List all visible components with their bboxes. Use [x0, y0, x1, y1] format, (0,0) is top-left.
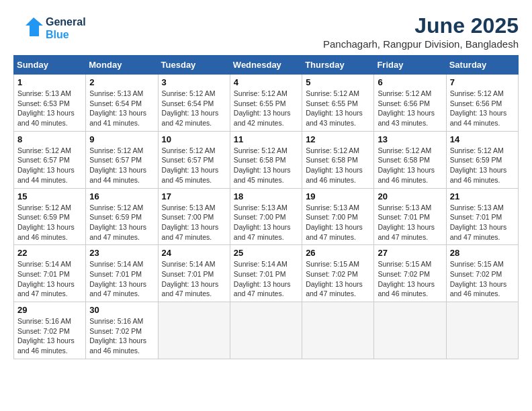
- day-number: 18: [234, 191, 298, 201]
- calendar-day-26: 26 Sunrise: 5:15 AM Sunset: 7:02 PM Dayl…: [302, 245, 374, 302]
- calendar-day-5: 5 Sunrise: 5:12 AM Sunset: 6:55 PM Dayli…: [302, 75, 374, 132]
- calendar-day-15: 15 Sunrise: 5:12 AM Sunset: 6:59 PM Dayl…: [14, 188, 86, 245]
- calendar-day-13: 13 Sunrise: 5:12 AM Sunset: 6:58 PM Dayl…: [374, 131, 446, 188]
- logo-line1: General: [46, 15, 86, 28]
- day-number: 25: [234, 248, 298, 258]
- calendar-day-30: 30 Sunrise: 5:16 AM Sunset: 7:02 PM Dayl…: [86, 302, 158, 359]
- logo-line2: Blue: [46, 28, 86, 41]
- day-info: Sunrise: 5:13 AM Sunset: 7:00 PM Dayligh…: [306, 203, 370, 242]
- calendar-day-6: 6 Sunrise: 5:12 AM Sunset: 6:56 PM Dayli…: [374, 75, 446, 132]
- day-info: Sunrise: 5:12 AM Sunset: 6:57 PM Dayligh…: [89, 146, 154, 185]
- day-info: Sunrise: 5:12 AM Sunset: 6:56 PM Dayligh…: [450, 89, 515, 128]
- day-number: 21: [450, 191, 515, 201]
- day-info: Sunrise: 5:13 AM Sunset: 6:54 PM Dayligh…: [89, 89, 154, 128]
- day-header-tuesday: Tuesday: [158, 56, 230, 75]
- day-number: 1: [17, 77, 82, 87]
- calendar-day-1: 1 Sunrise: 5:13 AM Sunset: 6:53 PM Dayli…: [14, 75, 86, 132]
- day-number: 5: [306, 77, 370, 87]
- empty-cell: [446, 302, 518, 359]
- day-number: 30: [89, 305, 154, 315]
- calendar-week-3: 15 Sunrise: 5:12 AM Sunset: 6:59 PM Dayl…: [14, 188, 519, 245]
- calendar-day-7: 7 Sunrise: 5:12 AM Sunset: 6:56 PM Dayli…: [446, 75, 518, 132]
- calendar-day-4: 4 Sunrise: 5:12 AM Sunset: 6:55 PM Dayli…: [230, 75, 302, 132]
- day-info: Sunrise: 5:14 AM Sunset: 7:01 PM Dayligh…: [89, 259, 154, 299]
- day-info: Sunrise: 5:14 AM Sunset: 7:01 PM Dayligh…: [17, 259, 82, 299]
- day-number: 10: [162, 134, 226, 144]
- day-number: 14: [450, 134, 515, 144]
- day-number: 19: [306, 191, 370, 201]
- day-number: 29: [17, 305, 82, 315]
- calendar-day-14: 14 Sunrise: 5:12 AM Sunset: 6:59 PM Dayl…: [446, 131, 518, 188]
- calendar-week-4: 22 Sunrise: 5:14 AM Sunset: 7:01 PM Dayl…: [14, 245, 519, 302]
- day-number: 17: [162, 191, 226, 201]
- day-number: 7: [450, 77, 515, 87]
- calendar-week-5: 29 Sunrise: 5:16 AM Sunset: 7:02 PM Dayl…: [14, 302, 519, 359]
- day-info: Sunrise: 5:12 AM Sunset: 6:56 PM Dayligh…: [378, 89, 442, 128]
- month-title: June 2025: [323, 13, 519, 38]
- day-number: 27: [378, 248, 442, 258]
- day-info: Sunrise: 5:12 AM Sunset: 6:57 PM Dayligh…: [162, 146, 226, 185]
- day-header-wednesday: Wednesday: [230, 56, 302, 75]
- calendar-day-3: 3 Sunrise: 5:12 AM Sunset: 6:54 PM Dayli…: [158, 75, 230, 132]
- day-header-sunday: Sunday: [14, 56, 86, 75]
- day-info: Sunrise: 5:15 AM Sunset: 7:02 PM Dayligh…: [306, 259, 370, 299]
- day-info: Sunrise: 5:12 AM Sunset: 6:59 PM Dayligh…: [89, 203, 154, 242]
- calendar-day-20: 20 Sunrise: 5:13 AM Sunset: 7:01 PM Dayl…: [374, 188, 446, 245]
- day-number: 3: [162, 77, 226, 87]
- day-info: Sunrise: 5:13 AM Sunset: 7:00 PM Dayligh…: [234, 203, 298, 242]
- calendar-week-2: 8 Sunrise: 5:12 AM Sunset: 6:57 PM Dayli…: [14, 131, 519, 188]
- calendar-day-23: 23 Sunrise: 5:14 AM Sunset: 7:01 PM Dayl…: [86, 245, 158, 302]
- calendar-header-row: SundayMondayTuesdayWednesdayThursdayFrid…: [14, 56, 519, 75]
- day-header-saturday: Saturday: [446, 56, 518, 75]
- day-info: Sunrise: 5:13 AM Sunset: 7:00 PM Dayligh…: [162, 203, 226, 242]
- day-info: Sunrise: 5:14 AM Sunset: 7:01 PM Dayligh…: [162, 259, 226, 299]
- day-info: Sunrise: 5:12 AM Sunset: 6:58 PM Dayligh…: [378, 146, 442, 185]
- day-number: 13: [378, 134, 442, 144]
- header: General Blue June 2025 Panchagarh, Rangp…: [13, 13, 519, 50]
- empty-cell: [374, 302, 446, 359]
- day-number: 28: [450, 248, 515, 258]
- day-number: 12: [306, 134, 370, 144]
- day-info: Sunrise: 5:15 AM Sunset: 7:02 PM Dayligh…: [450, 259, 515, 299]
- day-number: 23: [89, 248, 154, 258]
- calendar-day-17: 17 Sunrise: 5:13 AM Sunset: 7:00 PM Dayl…: [158, 188, 230, 245]
- logo-svg: [13, 13, 43, 43]
- day-info: Sunrise: 5:16 AM Sunset: 7:02 PM Dayligh…: [17, 316, 82, 356]
- calendar-day-28: 28 Sunrise: 5:15 AM Sunset: 7:02 PM Dayl…: [446, 245, 518, 302]
- day-header-monday: Monday: [86, 56, 158, 75]
- calendar-day-16: 16 Sunrise: 5:12 AM Sunset: 6:59 PM Dayl…: [86, 188, 158, 245]
- calendar-day-2: 2 Sunrise: 5:13 AM Sunset: 6:54 PM Dayli…: [86, 75, 158, 132]
- day-number: 2: [89, 77, 154, 87]
- day-info: Sunrise: 5:12 AM Sunset: 6:55 PM Dayligh…: [306, 89, 370, 128]
- day-number: 6: [378, 77, 442, 87]
- day-info: Sunrise: 5:12 AM Sunset: 6:58 PM Dayligh…: [306, 146, 370, 185]
- day-info: Sunrise: 5:12 AM Sunset: 6:57 PM Dayligh…: [17, 146, 82, 185]
- calendar-day-11: 11 Sunrise: 5:12 AM Sunset: 6:58 PM Dayl…: [230, 131, 302, 188]
- title-area: June 2025 Panchagarh, Rangpur Division, …: [323, 13, 519, 50]
- empty-cell: [230, 302, 302, 359]
- calendar-table: SundayMondayTuesdayWednesdayThursdayFrid…: [13, 55, 519, 359]
- empty-cell: [158, 302, 230, 359]
- day-number: 22: [17, 248, 82, 258]
- day-info: Sunrise: 5:13 AM Sunset: 7:01 PM Dayligh…: [378, 203, 442, 242]
- day-header-friday: Friday: [374, 56, 446, 75]
- calendar-day-21: 21 Sunrise: 5:13 AM Sunset: 7:01 PM Dayl…: [446, 188, 518, 245]
- day-info: Sunrise: 5:13 AM Sunset: 6:53 PM Dayligh…: [17, 89, 82, 128]
- day-info: Sunrise: 5:12 AM Sunset: 6:58 PM Dayligh…: [234, 146, 298, 185]
- day-number: 15: [17, 191, 82, 201]
- calendar-day-8: 8 Sunrise: 5:12 AM Sunset: 6:57 PM Dayli…: [14, 131, 86, 188]
- day-info: Sunrise: 5:12 AM Sunset: 6:55 PM Dayligh…: [234, 89, 298, 128]
- calendar-day-9: 9 Sunrise: 5:12 AM Sunset: 6:57 PM Dayli…: [86, 131, 158, 188]
- day-number: 16: [89, 191, 154, 201]
- calendar-day-12: 12 Sunrise: 5:12 AM Sunset: 6:58 PM Dayl…: [302, 131, 374, 188]
- day-number: 11: [234, 134, 298, 144]
- day-info: Sunrise: 5:12 AM Sunset: 6:59 PM Dayligh…: [17, 203, 82, 242]
- calendar-day-10: 10 Sunrise: 5:12 AM Sunset: 6:57 PM Dayl…: [158, 131, 230, 188]
- day-info: Sunrise: 5:16 AM Sunset: 7:02 PM Dayligh…: [89, 316, 154, 356]
- calendar-day-19: 19 Sunrise: 5:13 AM Sunset: 7:00 PM Dayl…: [302, 188, 374, 245]
- day-info: Sunrise: 5:14 AM Sunset: 7:01 PM Dayligh…: [234, 259, 298, 299]
- calendar-day-29: 29 Sunrise: 5:16 AM Sunset: 7:02 PM Dayl…: [14, 302, 86, 359]
- day-info: Sunrise: 5:12 AM Sunset: 6:54 PM Dayligh…: [162, 89, 226, 128]
- day-number: 8: [17, 134, 82, 144]
- day-info: Sunrise: 5:15 AM Sunset: 7:02 PM Dayligh…: [378, 259, 442, 299]
